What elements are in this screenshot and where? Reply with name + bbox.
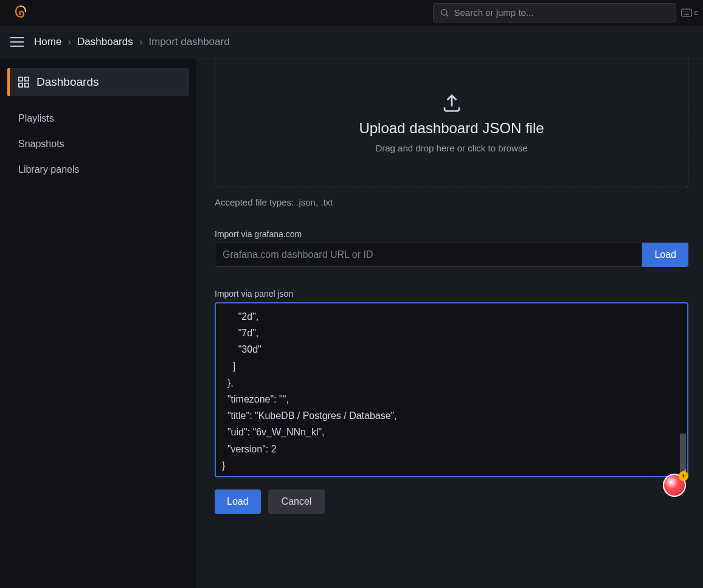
global-search[interactable]: [433, 3, 676, 22]
dropzone-title: Upload dashboard JSON file: [359, 120, 544, 137]
search-input[interactable]: [454, 7, 670, 18]
kbd-hint-text: c: [694, 8, 699, 17]
svg-point-0: [441, 9, 446, 15]
main-layout: Dashboards Playlists Snapshots Library p…: [0, 58, 703, 588]
sidebar-item-playlists[interactable]: Playlists: [7, 106, 189, 131]
svg-rect-14: [25, 83, 29, 87]
grafana-com-load-button[interactable]: Load: [642, 243, 688, 267]
upload-dropzone[interactable]: Upload dashboard JSON file Drag and drop…: [215, 58, 688, 187]
sidebar-item-dashboards[interactable]: Dashboards: [7, 68, 189, 96]
grafana-logo-icon[interactable]: [11, 3, 30, 22]
panel-json-wrap: [215, 302, 688, 477]
grafana-com-input[interactable]: [215, 243, 642, 267]
grafana-com-label: Import via grafana.com: [215, 229, 688, 239]
breadcrumb-current: Import dashboard: [148, 36, 229, 48]
breadcrumb-dashboards[interactable]: Dashboards: [77, 36, 133, 48]
svg-rect-11: [19, 77, 23, 81]
sidebar-item-snapshots[interactable]: Snapshots: [7, 131, 189, 157]
scrollbar[interactable]: [680, 434, 686, 472]
svg-rect-13: [19, 83, 23, 87]
dashboards-icon: [18, 77, 29, 88]
panel-json-textarea[interactable]: [217, 305, 686, 472]
topbar: c: [0, 0, 703, 26]
svg-rect-12: [25, 77, 29, 81]
keyboard-icon: [681, 9, 692, 17]
panel-json-label: Import via panel json: [215, 289, 688, 299]
dropzone-subtitle: Drag and drop here or click to browse: [375, 143, 527, 153]
load-button[interactable]: Load: [215, 489, 261, 514]
grafana-com-row: Load: [215, 243, 688, 267]
sidebar-item-library-panels[interactable]: Library panels: [7, 157, 189, 182]
chevron-right-icon: ›: [139, 36, 143, 48]
action-buttons: Load Cancel: [215, 489, 688, 514]
file-types-hint: Accepted file types: .json, .txt: [215, 197, 688, 207]
chevron-right-icon: ›: [68, 36, 71, 48]
cancel-button[interactable]: Cancel: [268, 489, 325, 514]
menu-toggle-button[interactable]: [7, 32, 27, 52]
breadcrumb-bar: Home › Dashboards › Import dashboard: [0, 26, 703, 58]
floating-badge-icon[interactable]: [663, 474, 686, 497]
sidebar-active-label: Dashboards: [36, 75, 99, 89]
svg-line-1: [446, 15, 448, 16]
breadcrumb: Home › Dashboards › Import dashboard: [34, 36, 230, 48]
content: Upload dashboard JSON file Drag and drop…: [196, 58, 703, 588]
sidebar: Dashboards Playlists Snapshots Library p…: [0, 58, 196, 588]
keyboard-hint: c: [681, 8, 699, 17]
breadcrumb-home[interactable]: Home: [34, 36, 61, 48]
svg-rect-2: [681, 9, 691, 16]
search-icon: [440, 8, 449, 18]
upload-icon: [440, 92, 463, 114]
